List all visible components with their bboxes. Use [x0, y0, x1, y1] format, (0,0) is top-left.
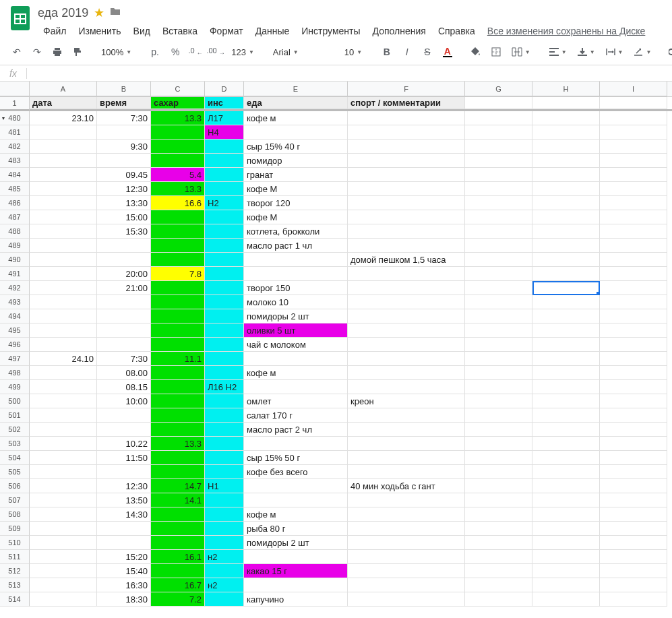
cell[interactable] — [205, 493, 244, 507]
cell[interactable] — [600, 536, 667, 550]
cell[interactable] — [348, 493, 465, 507]
row-header-511[interactable]: 511 — [0, 550, 30, 564]
cell[interactable]: н2 — [205, 578, 244, 592]
cell[interactable] — [532, 224, 600, 239]
row-header-514[interactable]: 514 — [0, 592, 30, 607]
cell[interactable]: 18:30 — [97, 592, 151, 607]
row-header-504[interactable]: 504 — [0, 451, 30, 465]
cell[interactable]: 15:20 — [97, 550, 151, 564]
valign-button[interactable]: ▼ — [574, 43, 599, 61]
cell[interactable]: 09.45 — [97, 168, 151, 182]
cell[interactable] — [151, 295, 205, 309]
cell[interactable] — [151, 224, 205, 239]
print-button[interactable] — [49, 43, 66, 61]
cell[interactable] — [151, 323, 205, 338]
cell[interactable] — [600, 154, 667, 168]
cell[interactable] — [151, 451, 205, 465]
cell[interactable] — [205, 592, 244, 607]
cell[interactable] — [30, 338, 97, 352]
cell[interactable] — [600, 352, 667, 366]
cell[interactable] — [151, 253, 205, 267]
cell[interactable] — [465, 394, 532, 408]
cell[interactable] — [205, 295, 244, 309]
cell[interactable]: кофе м — [244, 111, 348, 125]
cell[interactable] — [532, 451, 600, 465]
cell[interactable] — [97, 465, 151, 479]
cell[interactable] — [30, 323, 97, 338]
row-header-492[interactable]: 492 — [0, 281, 30, 295]
cell[interactable] — [532, 366, 600, 380]
cell[interactable] — [30, 437, 97, 451]
row-header-484[interactable]: 484 — [0, 168, 30, 182]
cell[interactable] — [348, 380, 465, 394]
row-header-510[interactable]: 510 — [0, 536, 30, 550]
cell[interactable] — [600, 196, 667, 210]
row-header-503[interactable]: 503 — [0, 437, 30, 451]
cell[interactable] — [465, 507, 532, 522]
menu-инструменты[interactable]: Инструменты — [296, 23, 365, 39]
cell[interactable] — [532, 125, 600, 140]
row-header-505[interactable]: 505 — [0, 465, 30, 479]
cell[interactable] — [532, 196, 600, 210]
cell[interactable] — [151, 536, 205, 550]
cell[interactable] — [244, 352, 348, 366]
cell[interactable]: 13.3 — [151, 182, 205, 196]
cell[interactable]: кофе М — [244, 182, 348, 196]
cell[interactable] — [30, 564, 97, 578]
cell[interactable] — [532, 408, 600, 423]
row-header-490[interactable]: 490 — [0, 253, 30, 267]
cell[interactable] — [465, 281, 532, 295]
cell[interactable] — [244, 380, 348, 394]
cell[interactable] — [205, 338, 244, 352]
cell[interactable] — [532, 423, 600, 437]
cell[interactable] — [348, 210, 465, 224]
cell[interactable] — [348, 507, 465, 522]
cell[interactable]: 20:00 — [97, 267, 151, 281]
menu-изменить[interactable]: Изменить — [73, 23, 126, 39]
menu-справка[interactable]: Справка — [433, 23, 481, 39]
cell[interactable] — [97, 309, 151, 323]
cell[interactable]: молоко 10 — [244, 295, 348, 309]
cell[interactable]: 13.3 — [151, 437, 205, 451]
font-size-dropdown[interactable]: 10▼ — [340, 43, 367, 61]
cell[interactable] — [205, 564, 244, 578]
cell[interactable] — [600, 253, 667, 267]
cell[interactable] — [600, 465, 667, 479]
cell[interactable]: 7:30 — [97, 352, 151, 366]
cell[interactable] — [600, 408, 667, 423]
cell[interactable] — [151, 507, 205, 522]
cell[interactable]: помидор — [244, 154, 348, 168]
cell[interactable] — [30, 295, 97, 309]
row-header-512[interactable]: 512 — [0, 564, 30, 578]
cell[interactable]: котлета, брокколи — [244, 224, 348, 239]
header-cell-G[interactable] — [465, 97, 532, 109]
cell[interactable] — [97, 239, 151, 253]
cell[interactable] — [205, 522, 244, 536]
header-cell-I[interactable] — [600, 97, 667, 109]
cell[interactable] — [600, 140, 667, 154]
cell[interactable] — [465, 465, 532, 479]
cell[interactable] — [465, 111, 532, 125]
col-header-C[interactable]: C — [151, 82, 205, 96]
cell[interactable]: чай с молоком — [244, 338, 348, 352]
cell[interactable] — [30, 451, 97, 465]
cell[interactable] — [151, 125, 205, 140]
cell[interactable] — [532, 210, 600, 224]
cell[interactable] — [348, 338, 465, 352]
cell[interactable] — [244, 125, 348, 140]
menu-вид[interactable]: Вид — [128, 23, 156, 39]
merge-button[interactable]: ▼ — [508, 43, 534, 61]
row-header-509[interactable]: 509 — [0, 522, 30, 536]
cell[interactable] — [465, 224, 532, 239]
cell[interactable] — [600, 224, 667, 239]
cell[interactable] — [600, 423, 667, 437]
col-header-H[interactable]: H — [532, 82, 600, 96]
cell[interactable] — [97, 522, 151, 536]
cell[interactable]: 10.22 — [97, 437, 151, 451]
row-header-483[interactable]: 483 — [0, 154, 30, 168]
cell[interactable]: омлет — [244, 394, 348, 408]
cell[interactable]: 12:30 — [97, 479, 151, 493]
font-dropdown[interactable]: Arial▼ — [269, 43, 330, 61]
col-header-F[interactable]: F — [348, 82, 465, 96]
cell[interactable]: 23.10 — [30, 111, 97, 125]
